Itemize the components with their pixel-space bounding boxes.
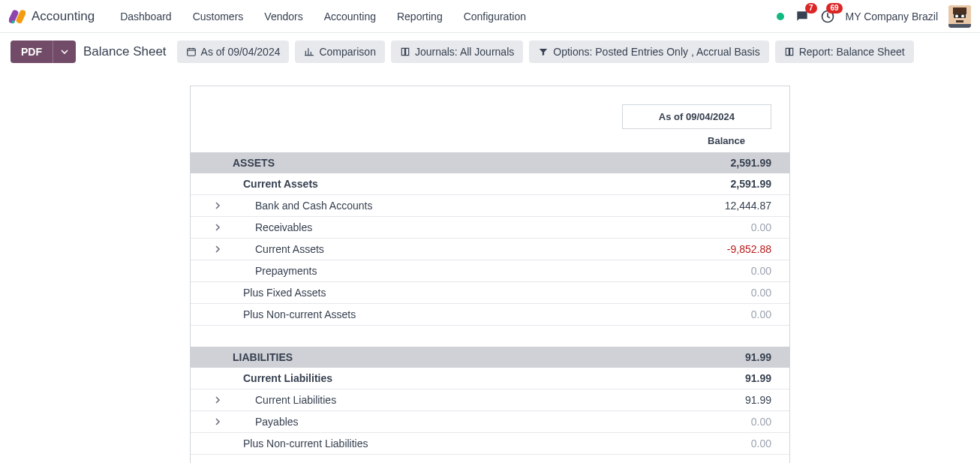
line-row[interactable]: Payables0.00 xyxy=(191,411,789,433)
user-avatar[interactable] xyxy=(948,5,971,28)
date-filter-label: As of 09/04/2024 xyxy=(201,46,281,58)
line-label: Plus Fixed Assets xyxy=(227,287,681,299)
section-value: 2,591.99 xyxy=(681,157,771,169)
line-row[interactable]: Current Assets-9,852.88 xyxy=(191,239,789,260)
svg-rect-10 xyxy=(948,24,971,28)
subsection-row: Current Liabilities91.99 xyxy=(191,368,789,389)
pdf-button-group: PDF xyxy=(11,41,76,63)
caret-right-icon xyxy=(214,245,221,253)
page-title: Balance Sheet xyxy=(83,44,167,59)
messages-button[interactable]: 7 xyxy=(795,9,810,24)
line-label: Current Liabilities xyxy=(227,372,681,384)
section-gap xyxy=(191,326,789,347)
brand-name: Accounting xyxy=(32,9,95,24)
nav-customers[interactable]: Customers xyxy=(182,3,254,30)
brand[interactable]: Accounting xyxy=(9,8,95,25)
section-head[interactable]: ASSETS2,591.99 xyxy=(191,152,789,173)
line-value: 0.00 xyxy=(681,416,771,428)
nav-dashboard[interactable]: Dashboard xyxy=(110,3,182,30)
line-value: 0.00 xyxy=(681,221,771,233)
line-row: Plus Non-current Liabilities0.00 xyxy=(191,433,789,455)
line-row[interactable]: Bank and Cash Accounts12,444.87 xyxy=(191,195,789,217)
expand-caret[interactable] xyxy=(214,243,221,255)
line-value: 0.00 xyxy=(681,437,771,449)
svg-rect-11 xyxy=(187,49,195,56)
pdf-button[interactable]: PDF xyxy=(11,41,53,63)
line-value: 91.99 xyxy=(681,372,771,384)
balance-column-header: Balance xyxy=(681,135,771,146)
comparison-button[interactable]: Comparison xyxy=(295,41,384,63)
book-icon xyxy=(400,47,410,57)
line-label: Plus Non-current Assets xyxy=(227,308,681,320)
comparison-label: Comparison xyxy=(319,46,375,58)
line-value: 0.00 xyxy=(681,265,771,277)
messages-badge: 7 xyxy=(805,3,817,14)
options-label: Options: Posted Entries Only , Accrual B… xyxy=(553,46,759,58)
caret-right-icon xyxy=(214,418,221,425)
svg-rect-9 xyxy=(956,20,963,23)
line-value: 91.99 xyxy=(681,394,771,406)
line-row: Plus Non-current Assets0.00 xyxy=(191,304,789,326)
activities-badge: 69 xyxy=(826,3,842,14)
bar-chart-icon xyxy=(304,47,314,57)
expand-caret[interactable] xyxy=(214,221,221,233)
line-label: Current Assets xyxy=(227,243,681,255)
line-label: Payables xyxy=(227,416,681,428)
date-filter-button[interactable]: As of 09/04/2024 xyxy=(177,41,290,63)
caret-right-icon xyxy=(214,224,221,231)
journals-label: Journals: All Journals xyxy=(415,46,514,58)
line-label: Prepayments xyxy=(227,265,681,277)
nav-accounting[interactable]: Accounting xyxy=(314,3,386,30)
line-row[interactable]: Current Liabilities91.99 xyxy=(191,389,789,411)
line-row: Prepayments0.00 xyxy=(191,260,789,282)
nav-vendors[interactable]: Vendors xyxy=(254,3,313,30)
funnel-icon xyxy=(538,47,549,57)
nav-reporting[interactable]: Reporting xyxy=(386,3,453,30)
expand-caret[interactable] xyxy=(214,416,221,428)
line-label: Receivables xyxy=(227,221,681,233)
expand-caret[interactable] xyxy=(214,200,221,212)
caret-right-icon xyxy=(214,202,221,209)
avatar-icon xyxy=(948,5,971,28)
caret-right-icon xyxy=(214,396,221,404)
company-selector[interactable]: MY Company Brazil xyxy=(846,11,938,23)
svg-point-7 xyxy=(955,14,958,17)
report-date-box: As of 09/04/2024 xyxy=(622,104,771,129)
line-value: 0.00 xyxy=(681,287,771,299)
subsection-row: Current Assets2,591.99 xyxy=(191,173,789,195)
line-value: -9,852.88 xyxy=(681,243,771,255)
svg-point-2 xyxy=(11,20,14,23)
app-logo-icon xyxy=(9,8,26,25)
line-label: Current Liabilities xyxy=(227,394,681,406)
svg-rect-5 xyxy=(953,8,966,14)
caret-down-icon xyxy=(61,48,68,56)
report-body: ASSETS2,591.99Current Assets2,591.99Bank… xyxy=(191,152,789,463)
section-title: ASSETS xyxy=(227,157,681,169)
main-menu: Dashboard Customers Vendors Accounting R… xyxy=(110,3,537,30)
svg-point-8 xyxy=(961,14,964,17)
connection-status-icon xyxy=(777,13,784,20)
section-title: LIABILITIES xyxy=(227,351,681,363)
options-button[interactable]: Options: Posted Entries Only , Accrual B… xyxy=(529,41,768,63)
control-bar: PDF Balance Sheet As of 09/04/2024 Compa… xyxy=(0,33,980,71)
line-value: 0.00 xyxy=(681,308,771,320)
report-selector-button[interactable]: Report: Balance Sheet xyxy=(775,41,914,63)
line-label: Plus Non-current Liabilities xyxy=(227,437,681,449)
report-selector-label: Report: Balance Sheet xyxy=(799,46,905,58)
line-row[interactable]: Receivables0.00 xyxy=(191,217,789,239)
book-icon xyxy=(784,47,795,57)
header-right: 7 69 MY Company Brazil xyxy=(777,5,971,28)
report-scroll-area[interactable]: As of 09/04/2024 Balance ASSETS2,591.99C… xyxy=(0,78,980,463)
calendar-icon xyxy=(186,47,197,57)
line-value: 12,444.87 xyxy=(681,200,771,212)
expand-caret[interactable] xyxy=(214,394,221,406)
nav-configuration[interactable]: Configuration xyxy=(453,3,537,30)
report-card: As of 09/04/2024 Balance ASSETS2,591.99C… xyxy=(190,86,790,463)
section-value: 91.99 xyxy=(681,351,771,363)
pdf-dropdown[interactable] xyxy=(53,41,76,63)
journals-button[interactable]: Journals: All Journals xyxy=(391,41,523,63)
line-row: Plus Fixed Assets0.00 xyxy=(191,282,789,304)
section-gap xyxy=(191,455,789,463)
activities-button[interactable]: 69 xyxy=(820,9,835,24)
section-head[interactable]: LIABILITIES91.99 xyxy=(191,347,789,368)
